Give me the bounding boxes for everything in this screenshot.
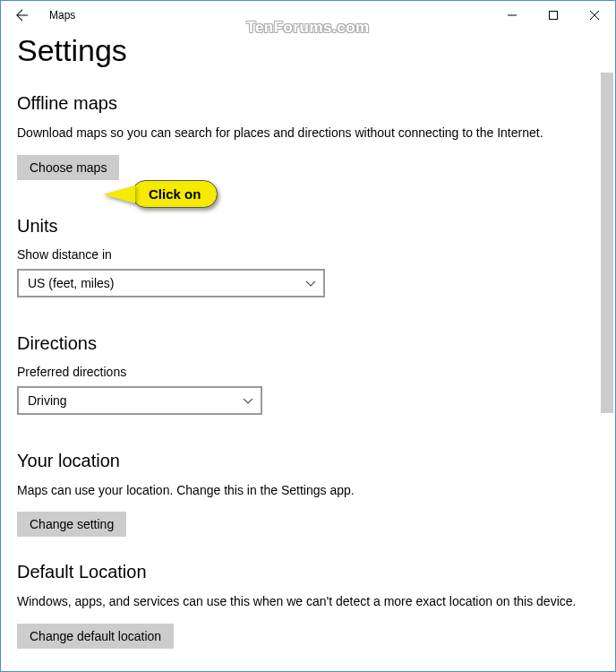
offline-maps-desc: Download maps so you can search for plac…	[17, 125, 599, 142]
section-units: Units Show distance in US (feet, miles)	[17, 216, 599, 297]
directions-heading: Directions	[17, 333, 599, 354]
change-setting-button[interactable]: Change setting	[17, 512, 126, 537]
section-directions: Directions Preferred directions Driving	[17, 333, 599, 415]
close-icon	[590, 11, 599, 20]
maximize-button[interactable]	[533, 1, 574, 30]
chevron-down-icon	[305, 278, 316, 289]
directions-label: Preferred directions	[17, 365, 599, 379]
chevron-down-icon	[243, 395, 253, 406]
close-button[interactable]	[574, 1, 615, 30]
app-title: Maps	[49, 9, 75, 22]
minimize-icon	[508, 11, 517, 20]
page-title: Settings	[17, 33, 599, 68]
maximize-icon	[549, 11, 558, 20]
section-your-location: Your location Maps can use your location…	[17, 451, 599, 538]
default-location-desc: Windows, apps, and services can use this…	[17, 593, 599, 611]
your-location-desc: Maps can use your location. Change this …	[17, 482, 599, 500]
units-label: Show distance in	[17, 247, 599, 262]
units-dropdown-value: US (feet, miles)	[28, 276, 114, 290]
directions-dropdown-value: Driving	[28, 393, 67, 408]
directions-dropdown[interactable]: Driving	[17, 386, 262, 415]
settings-content: Settings Offline maps Download maps so y…	[1, 30, 615, 671]
titlebar: Maps	[1, 1, 615, 30]
choose-maps-button[interactable]: Choose maps	[17, 155, 119, 180]
section-offline-maps: Offline maps Download maps so you can se…	[17, 93, 599, 180]
offline-maps-heading: Offline maps	[17, 93, 599, 114]
your-location-heading: Your location	[17, 451, 599, 471]
default-location-heading: Default Location	[17, 562, 599, 582]
svg-rect-1	[550, 12, 558, 20]
section-default-location: Default Location Windows, apps, and serv…	[17, 562, 599, 649]
units-dropdown[interactable]: US (feet, miles)	[17, 269, 325, 297]
change-default-location-button[interactable]: Change default location	[17, 624, 174, 649]
minimize-button[interactable]	[492, 1, 533, 30]
back-button[interactable]	[8, 1, 37, 30]
window-controls	[492, 1, 615, 30]
arrow-left-icon	[16, 9, 29, 22]
units-heading: Units	[17, 216, 599, 237]
scrollbar-thumb[interactable]	[601, 73, 613, 413]
